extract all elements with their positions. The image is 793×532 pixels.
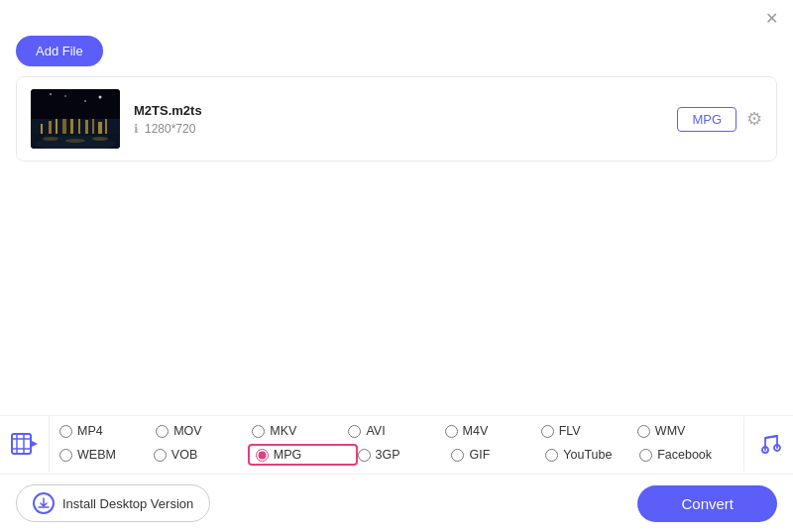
format-option-youtube[interactable]: YouTube: [545, 444, 639, 466]
music-format-icon[interactable]: [743, 416, 793, 472]
format-label-avi: AVI: [366, 424, 385, 438]
format-label-gif: GIF: [469, 448, 490, 462]
format-option-mkv[interactable]: MKV: [252, 424, 348, 438]
svg-rect-11: [98, 122, 102, 134]
format-option-mov[interactable]: MOV: [156, 424, 252, 438]
format-label-mpg: MPG: [274, 448, 301, 462]
svg-rect-17: [31, 89, 120, 119]
format-label-wmv: WMV: [655, 424, 686, 438]
info-icon: ℹ: [134, 122, 139, 136]
file-info: M2TS.m2ts ℹ 1280*720: [134, 103, 663, 136]
svg-rect-6: [62, 119, 66, 134]
svg-rect-22: [12, 434, 31, 454]
add-file-button[interactable]: Add File: [16, 36, 103, 66]
install-label: Install Desktop Version: [62, 496, 193, 511]
format-label-youtube: YouTube: [563, 448, 612, 462]
format-label-facebook: Facebook: [657, 448, 712, 462]
svg-rect-3: [41, 124, 43, 134]
svg-point-18: [99, 96, 102, 99]
close-button[interactable]: ✕: [761, 8, 781, 28]
file-resolution: 1280*720: [145, 122, 195, 136]
file-thumbnail: [31, 89, 120, 149]
format-option-facebook[interactable]: Facebook: [639, 444, 734, 466]
format-label-mp4: MP4: [77, 424, 103, 438]
format-option-vob[interactable]: VOB: [154, 444, 248, 466]
format-option-mp4[interactable]: MP4: [59, 424, 156, 438]
svg-point-20: [84, 100, 86, 102]
format-badge-button[interactable]: MPG: [677, 107, 736, 132]
svg-rect-8: [78, 118, 80, 134]
convert-button[interactable]: Convert: [637, 485, 777, 522]
format-option-webm[interactable]: WEBM: [59, 444, 154, 466]
format-option-avi[interactable]: AVI: [348, 424, 444, 438]
svg-line-28: [765, 436, 777, 438]
svg-marker-27: [32, 441, 38, 447]
file-name: M2TS.m2ts: [134, 103, 663, 118]
download-icon: [33, 492, 55, 514]
format-option-3gp[interactable]: 3GP: [358, 444, 452, 466]
format-label-vob: VOB: [171, 448, 197, 462]
file-list: M2TS.m2ts ℹ 1280*720 MPG ⚙: [16, 76, 777, 161]
svg-rect-4: [49, 121, 52, 134]
svg-rect-9: [85, 120, 88, 134]
file-item: M2TS.m2ts ℹ 1280*720 MPG ⚙: [17, 77, 776, 160]
format-label-mkv: MKV: [270, 424, 296, 438]
file-actions: MPG ⚙: [677, 107, 762, 132]
format-label-3gp: 3GP: [376, 448, 400, 462]
svg-rect-12: [105, 119, 107, 134]
file-meta: ℹ 1280*720: [134, 122, 663, 136]
install-desktop-button[interactable]: Install Desktop Version: [16, 484, 210, 522]
format-option-mpg[interactable]: MPG: [248, 444, 358, 466]
settings-button[interactable]: ⚙: [746, 108, 762, 130]
svg-point-16: [92, 137, 108, 141]
svg-point-19: [50, 93, 52, 95]
svg-point-15: [65, 139, 85, 143]
video-format-icon[interactable]: [0, 416, 50, 472]
svg-point-14: [43, 137, 58, 141]
toolbar: Add File: [0, 32, 793, 76]
format-label-webm: WEBM: [77, 448, 116, 462]
svg-rect-5: [56, 117, 57, 134]
format-option-m4v[interactable]: M4V: [445, 424, 541, 438]
format-label-m4v: M4V: [463, 424, 489, 438]
format-option-flv[interactable]: FLV: [541, 424, 637, 438]
svg-point-21: [64, 95, 66, 97]
format-option-gif[interactable]: GIF: [451, 444, 545, 466]
format-label-mov: MOV: [173, 424, 201, 438]
format-option-wmv[interactable]: WMV: [637, 424, 734, 438]
format-label-flv: FLV: [559, 424, 581, 438]
title-bar: ✕: [0, 0, 793, 32]
